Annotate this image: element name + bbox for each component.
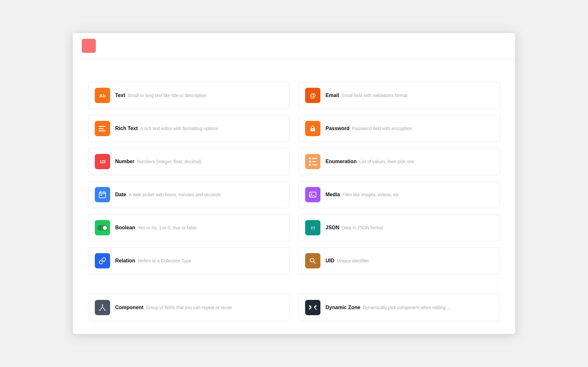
number-desc: Numbers (integer, float, decimal) [137, 159, 201, 164]
number-icon: 123 [95, 154, 115, 169]
field-card-date[interactable]: Date A date picker with hours, minutes a… [88, 181, 290, 208]
boolean-name: Boolean [115, 225, 135, 231]
field-card-rich-text[interactable]: Rich Text A rich text editor with format… [88, 115, 290, 142]
fields-grid: Ab Text Small or long text like title or… [88, 82, 500, 274]
uid-name: UID [326, 258, 334, 264]
field-selector-modal: Ab Text Small or long text like title or… [73, 33, 515, 334]
uid-desc: Unique identifier [337, 258, 369, 263]
enumeration-desc: List of values, then pick one [359, 159, 414, 164]
enumeration-name: Enumeration [326, 159, 357, 164]
json-name: JSON [326, 225, 340, 231]
date-desc: A date picker with hours, minutes and se… [129, 192, 221, 197]
dynamic-zone-desc: Dynamically pick component when editing … [363, 305, 450, 310]
password-icon [305, 121, 326, 136]
boolean-desc: Yes or no, 1 or 0, true or false [138, 225, 196, 230]
text-name: Text [115, 93, 125, 98]
modal-logo [82, 39, 96, 53]
field-card-boolean[interactable]: Boolean Yes or no, 1 or 0, true or false [88, 214, 290, 241]
svg-rect-2 [99, 192, 106, 198]
dynamic-zone-icon [305, 300, 326, 315]
text-desc: Small or long text like title or descrip… [128, 93, 206, 98]
component-icon [95, 300, 115, 315]
field-card-password[interactable]: Password Password field with encryption [298, 115, 500, 142]
field-card-json[interactable]: {···} JSON Data in JSON format [298, 214, 500, 241]
field-card-dynamic-zone[interactable]: Dynamic Zone Dynamically pick component … [298, 294, 500, 321]
media-desc: Files like images, videos, etc [342, 192, 399, 197]
component-desc: Group of fields that you can repeat or r… [146, 305, 232, 310]
field-card-enumeration[interactable]: Enumeration List of values, then pick on… [298, 148, 500, 175]
field-card-uid[interactable]: UID Unique identifier [298, 247, 500, 274]
email-icon: @ [305, 88, 326, 103]
field-card-relation[interactable]: Relation Refers to a Collection Type [88, 247, 290, 274]
uid-icon [305, 253, 326, 268]
bottom-fields-grid: Component Group of fields that you can r… [88, 294, 500, 321]
relation-desc: Refers to a Collection Type [138, 258, 191, 263]
field-card-text[interactable]: Ab Text Small or long text like title or… [88, 82, 290, 109]
rich-text-icon [95, 121, 115, 136]
relation-name: Relation [115, 258, 135, 264]
email-desc: Email field with validations format [342, 93, 408, 98]
component-name: Component [115, 305, 144, 310]
password-desc: Password field with encryption [352, 126, 412, 131]
rich-text-name: Rich Text [115, 126, 138, 131]
json-desc: Data in JSON format [342, 225, 383, 230]
media-name: Media [326, 192, 340, 197]
media-icon [305, 187, 326, 202]
json-icon: {···} [305, 220, 326, 235]
date-name: Date [115, 192, 126, 197]
enumeration-icon [305, 154, 326, 169]
svg-rect-3 [101, 195, 102, 196]
boolean-icon [95, 220, 115, 235]
dynamic-zone-name: Dynamic Zone [326, 305, 360, 310]
number-name: Number [115, 159, 134, 164]
svg-point-1 [312, 129, 313, 130]
password-name: Password [326, 126, 350, 131]
modal-body: Ab Text Small or long text like title or… [73, 59, 515, 334]
email-name: Email [326, 93, 339, 98]
field-card-component[interactable]: Component Group of fields that you can r… [88, 294, 290, 321]
rich-text-desc: A rich text editor with formatting optio… [140, 126, 218, 131]
field-card-email[interactable]: @ Email Email field with validations for… [298, 82, 500, 109]
date-icon [95, 187, 115, 202]
relation-icon [95, 253, 115, 268]
svg-point-6 [310, 258, 314, 262]
modal-header [73, 33, 515, 59]
section-divider [88, 285, 500, 285]
text-icon: Ab [95, 88, 115, 103]
svg-point-5 [311, 193, 312, 195]
field-card-media[interactable]: Media Files like images, videos, etc [298, 181, 500, 208]
field-card-number[interactable]: 123 Number Numbers (integer, float, deci… [88, 148, 290, 175]
